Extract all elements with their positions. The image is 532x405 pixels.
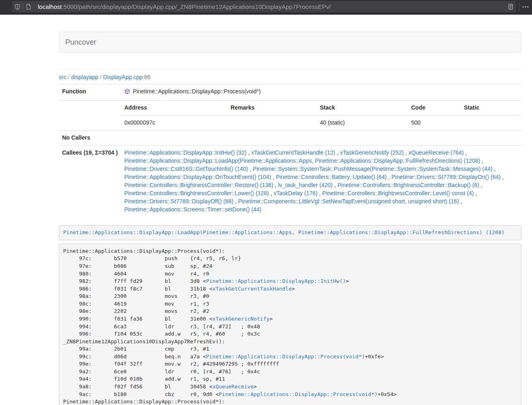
no-callers-label: No Callers bbox=[59, 130, 121, 145]
url-host: localhost bbox=[38, 3, 62, 10]
cube-icon bbox=[124, 88, 130, 97]
callee-separator: , bbox=[248, 166, 253, 172]
callees-list: Pinetime::Applications::DisplayApp::Init… bbox=[121, 145, 521, 217]
callees-label: Callees (19, Σ=3704 ) bbox=[59, 145, 121, 217]
url-text[interactable]: localhost:5000/path/src/displayapp/Displ… bbox=[38, 3, 505, 10]
callee-separator: , bbox=[459, 198, 462, 205]
col-stack: Stack bbox=[317, 101, 408, 115]
divider bbox=[59, 69, 521, 69]
callee-link[interactable]: xTaskGetCurrentTaskHandle (12) bbox=[251, 149, 335, 156]
callee-separator: , bbox=[335, 149, 340, 156]
metrics-table: Address Remarks Stack Code Static 0x0000… bbox=[121, 101, 521, 130]
callee-separator: , bbox=[501, 174, 504, 180]
code-value: 500 bbox=[408, 115, 461, 130]
callee-separator: , bbox=[333, 182, 338, 188]
callee-link[interactable]: xQueueReceive (764) bbox=[409, 149, 464, 156]
col-static: Static bbox=[461, 101, 521, 115]
callee-link[interactable]: Pinetime::Applications::DisplayApp::Init… bbox=[124, 149, 246, 156]
brand-link[interactable]: Puncover bbox=[59, 32, 102, 52]
loadapp-snippet: Pinetime::Applications::DisplayApp::Load… bbox=[59, 225, 521, 241]
callees-row: Callees (19, Σ=3704 ) Pinetime::Applicat… bbox=[59, 145, 521, 217]
browser-toolbar: localhost:5000/path/src/displayapp/Displ… bbox=[0, 0, 532, 13]
navbar: Puncover bbox=[59, 32, 521, 53]
callee-link[interactable]: Pinetime::Controllers::BrightnessControl… bbox=[322, 190, 474, 196]
callee-link[interactable]: Pinetime::Controllers::BrightnessControl… bbox=[124, 190, 269, 196]
col-address: Address bbox=[121, 101, 227, 115]
callee-link[interactable]: Pinetime::Components::LittleVgl::SetNewT… bbox=[238, 198, 459, 205]
shield-icon[interactable] bbox=[12, 1, 23, 12]
asm-symbol-link[interactable]: Pinetime::Applications::DisplayApp::Init… bbox=[206, 278, 346, 284]
col-code: Code bbox=[408, 101, 461, 115]
stack-value: 40 (static) bbox=[317, 115, 408, 130]
asm-symbol-link[interactable]: xQueueReceive bbox=[212, 383, 254, 390]
no-callers-row: No Callers bbox=[59, 130, 521, 145]
col-remarks: Remarks bbox=[227, 101, 317, 115]
asm-symbol-link[interactable]: Pinetime::Applications::DisplayApp::Proc… bbox=[219, 391, 377, 397]
callee-separator: , bbox=[492, 166, 495, 172]
breadcrumb-link[interactable]: src bbox=[59, 74, 67, 80]
callee-separator: , bbox=[464, 149, 467, 156]
callee-link[interactable]: vTaskDelay (176) bbox=[274, 190, 317, 196]
page-icon[interactable] bbox=[23, 1, 34, 12]
function-name: Pinetime::Applications::DisplayApp::Proc… bbox=[133, 88, 261, 95]
callee-link[interactable]: Pinetime::Drivers::St7789::DisplayOff() … bbox=[124, 198, 233, 205]
reader-mode-icon[interactable] bbox=[505, 1, 516, 12]
callee-link[interactable]: lv_task_handler (420) bbox=[278, 182, 333, 188]
breadcrumb-separator: / bbox=[98, 74, 103, 80]
asm-symbol-link[interactable]: Pinetime::Applications::DisplayApp::Proc… bbox=[206, 353, 365, 360]
callee-separator: , bbox=[271, 174, 276, 180]
callee-link[interactable]: Pinetime::Applications::DisplayApp::Load… bbox=[124, 157, 480, 164]
url-path: :5000/path/src/displayapp/DisplayApp.cpp… bbox=[62, 3, 331, 10]
callee-link[interactable]: Pinetime::Controllers::BrightnessControl… bbox=[337, 182, 479, 188]
callee-separator: , bbox=[269, 190, 274, 196]
function-label: Function bbox=[59, 84, 121, 101]
remarks-value bbox=[227, 115, 317, 130]
overflow-menu-icon[interactable] bbox=[522, 0, 529, 13]
metrics-values-row: 0x0000097c 40 (static) 500 bbox=[121, 115, 521, 130]
asm-symbol-link[interactable]: xTaskGetCurrentTaskHandle bbox=[212, 286, 292, 292]
metrics-row: Address Remarks Stack Code Static 0x0000… bbox=[59, 100, 521, 130]
callee-link[interactable]: Pinetime::Drivers::Cst816S::GetTouchInfo… bbox=[124, 166, 248, 172]
callee-link[interactable]: xTaskGenericNotify (252) bbox=[340, 149, 404, 156]
callee-separator: , bbox=[317, 190, 322, 196]
function-table: Function Pinetime::Applications::Display… bbox=[59, 84, 521, 217]
callee-link[interactable]: Pinetime::System::SystemTask::PushMessag… bbox=[253, 166, 493, 172]
address-value: 0x0000097c bbox=[121, 115, 227, 130]
asm-symbol-link[interactable]: xTaskGenericNotify bbox=[212, 316, 269, 322]
breadcrumb-line-number: :86 bbox=[142, 74, 150, 80]
breadcrumb-link[interactable]: displayapp bbox=[71, 74, 98, 80]
callee-separator: , bbox=[387, 174, 392, 180]
loadapp-link[interactable]: Pinetime::Applications::DisplayApp::Load… bbox=[63, 229, 505, 235]
callee-separator: , bbox=[233, 198, 238, 205]
callee-link[interactable]: Pinetime::Controllers::Battery::Update()… bbox=[276, 174, 387, 180]
toolbar-divider bbox=[519, 3, 519, 10]
callee-separator: , bbox=[479, 182, 482, 188]
static-value bbox=[461, 115, 521, 130]
callee-separator: , bbox=[273, 182, 278, 188]
assembly-listing: Pinetime::Applications::DisplayApp::Proc… bbox=[59, 243, 521, 405]
callee-separator: , bbox=[404, 149, 409, 156]
callee-separator: , bbox=[480, 157, 483, 164]
browser-window: localhost:5000/path/src/displayapp/Displ… bbox=[0, 0, 532, 405]
callee-link[interactable]: Pinetime::Drivers::St7789::DisplayOn() (… bbox=[392, 174, 501, 180]
callee-link[interactable]: Pinetime::Controllers::BrightnessControl… bbox=[124, 182, 273, 188]
breadcrumb: src / displayapp / DisplayApp.cpp:86 bbox=[59, 74, 521, 80]
url-bar[interactable]: localhost:5000/path/src/displayapp/Displ… bbox=[12, 1, 516, 12]
callee-separator: , bbox=[246, 149, 251, 156]
callee-link[interactable]: Pinetime::Applications::Screens::Timer::… bbox=[124, 206, 261, 213]
breadcrumb-link[interactable]: DisplayApp.cpp bbox=[103, 74, 142, 80]
callee-separator: , bbox=[474, 190, 477, 196]
function-row: Function Pinetime::Applications::Display… bbox=[59, 84, 521, 101]
breadcrumb-separator: / bbox=[67, 74, 71, 80]
callee-link[interactable]: Pinetime::Applications::DisplayApp::OnTo… bbox=[124, 174, 271, 180]
toolbar-bottom-strip bbox=[0, 13, 532, 15]
